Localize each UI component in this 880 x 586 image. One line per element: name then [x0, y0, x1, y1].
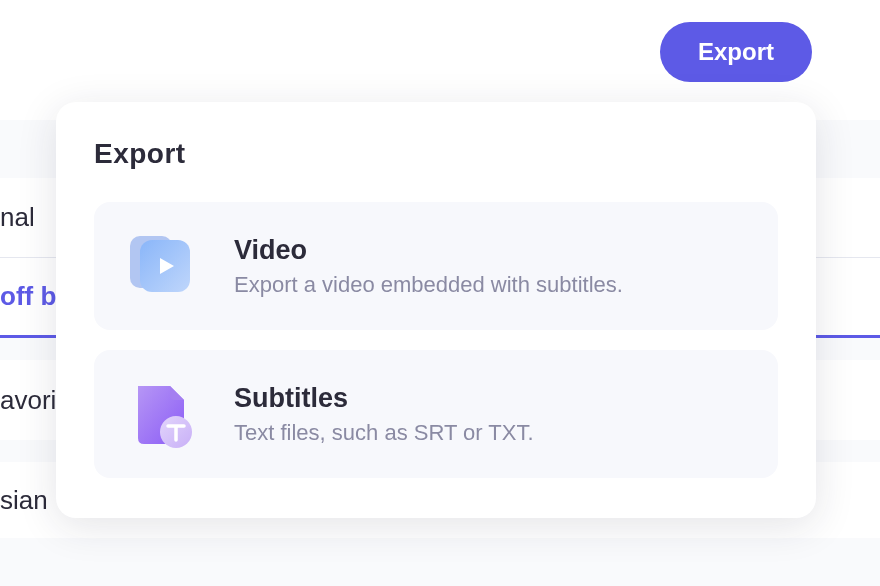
option-title: Video — [234, 235, 623, 266]
video-icon — [126, 230, 198, 302]
subtitles-icon — [126, 378, 198, 450]
option-description: Text files, such as SRT or TXT. — [234, 420, 534, 446]
background-row-label: sian — [0, 485, 64, 516]
background-row-label: nal — [0, 202, 51, 233]
option-description: Export a video embedded with subtitles. — [234, 272, 623, 298]
export-option-video[interactable]: Video Export a video embedded with subti… — [94, 202, 778, 330]
modal-title: Export — [94, 138, 778, 170]
export-option-subtitles[interactable]: Subtitles Text files, such as SRT or TXT… — [94, 350, 778, 478]
option-title: Subtitles — [234, 383, 534, 414]
export-button[interactable]: Export — [660, 22, 812, 82]
export-modal: Export Video Export a video embedded wit… — [56, 102, 816, 518]
